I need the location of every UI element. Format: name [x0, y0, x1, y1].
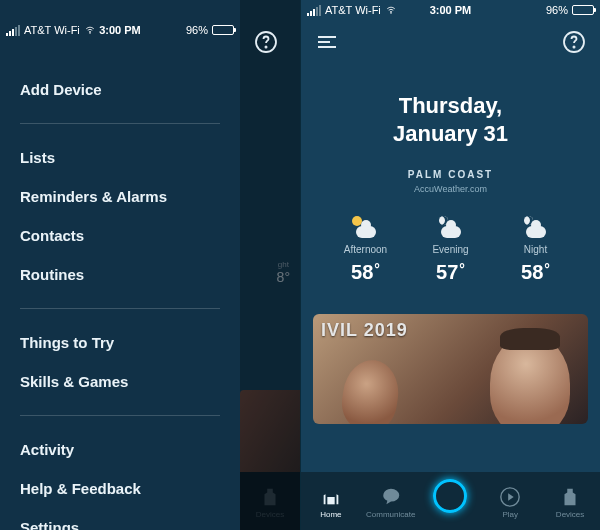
- forecast-afternoon[interactable]: Afternoon 58°: [323, 216, 408, 284]
- forecast-period: Afternoon: [344, 244, 387, 255]
- tab-communicate[interactable]: Communicate: [361, 486, 421, 519]
- help-icon[interactable]: [562, 30, 586, 54]
- app-header: [301, 20, 600, 64]
- svg-point-2: [89, 33, 90, 34]
- signal-icon: [6, 25, 20, 36]
- forecast-temp: 58°: [351, 261, 380, 284]
- signal-icon: [307, 5, 321, 16]
- date-line-2: January 31: [393, 121, 508, 146]
- svg-point-5: [390, 13, 391, 14]
- drawer-item-lists[interactable]: Lists: [20, 138, 220, 177]
- sun-cloud-icon: [352, 216, 380, 238]
- card-banner-text: IVIL 2019: [321, 320, 408, 341]
- forecast-temp: 57°: [436, 261, 465, 284]
- app-header: [240, 20, 292, 64]
- screenshot-left: ght 8° AT&T Wi-Fi 3:00 PM 96% Add Device: [0, 0, 300, 530]
- tab-home[interactable]: Home: [301, 486, 361, 519]
- status-bar: AT&T Wi-Fi 3:00 PM 96%: [301, 0, 600, 20]
- drawer-item-routines[interactable]: Routines: [20, 255, 220, 294]
- forecast-period: Night: [524, 244, 547, 255]
- forecast-row: Afternoon 58° Evening 57° Night 58°: [319, 216, 582, 284]
- forecast-night[interactable]: Night 58°: [493, 216, 578, 284]
- drawer-item-reminders-alarms[interactable]: Reminders & Alarms: [20, 177, 220, 216]
- drawer-body: Add Device Lists Reminders & Alarms Cont…: [0, 40, 240, 530]
- tab-alexa[interactable]: [421, 489, 481, 515]
- wifi-icon: [385, 5, 397, 15]
- screenshot-right: AT&T Wi-Fi 3:00 PM 96% Thursday, January…: [300, 0, 600, 530]
- location-label: PALM COAST: [319, 169, 582, 180]
- battery-icon: [572, 5, 594, 15]
- menu-icon[interactable]: [315, 30, 339, 54]
- moon-cloud-icon: [522, 216, 550, 238]
- tab-bar: Home Communicate Play Devices: [301, 472, 600, 530]
- drawer-item-settings[interactable]: Settings: [20, 508, 220, 530]
- drawer-item-skills-games[interactable]: Skills & Games: [20, 362, 220, 401]
- card-person-left: [338, 357, 402, 424]
- svg-point-1: [265, 46, 266, 47]
- moon-cloud-icon: [437, 216, 465, 238]
- date-heading: Thursday, January 31: [319, 92, 582, 147]
- drawer-item-things-to-try[interactable]: Things to Try: [20, 323, 220, 362]
- status-bar: AT&T Wi-Fi 3:00 PM 96%: [0, 20, 240, 40]
- drawer-item-help-feedback[interactable]: Help & Feedback: [20, 469, 220, 508]
- card-person-right: [490, 334, 570, 424]
- carrier-label: AT&T Wi-Fi: [24, 24, 80, 36]
- wifi-icon: [84, 25, 96, 35]
- drawer-item-add-device[interactable]: Add Device: [20, 70, 220, 109]
- date-line-1: Thursday,: [399, 93, 503, 118]
- tab-play[interactable]: Play: [480, 486, 540, 519]
- drawer-item-contacts[interactable]: Contacts: [20, 216, 220, 255]
- forecast-evening[interactable]: Evening 57°: [408, 216, 493, 284]
- tab-devices[interactable]: Devices: [540, 486, 600, 519]
- tab-label: Play: [503, 510, 519, 519]
- alexa-ring-icon: [433, 479, 467, 513]
- svg-point-10: [573, 46, 574, 47]
- tab-label: Devices: [556, 510, 584, 519]
- forecast-temp: 58°: [521, 261, 550, 284]
- help-icon[interactable]: [254, 30, 278, 54]
- battery-pct: 96%: [546, 4, 568, 16]
- home-body: Thursday, January 31 PALM COAST AccuWeat…: [301, 64, 600, 284]
- tab-label: Communicate: [366, 510, 415, 519]
- svg-rect-11: [327, 497, 334, 504]
- tab-label: Home: [320, 510, 341, 519]
- carrier-label: AT&T Wi-Fi: [325, 4, 381, 16]
- nav-drawer: AT&T Wi-Fi 3:00 PM 96% Add Device Lists …: [0, 0, 240, 530]
- battery-pct: 96%: [186, 24, 208, 36]
- feature-card[interactable]: IVIL 2019: [313, 314, 588, 424]
- drawer-item-activity[interactable]: Activity: [20, 430, 220, 469]
- weather-source[interactable]: AccuWeather.com: [319, 184, 582, 194]
- battery-icon: [212, 25, 234, 35]
- forecast-period: Evening: [432, 244, 468, 255]
